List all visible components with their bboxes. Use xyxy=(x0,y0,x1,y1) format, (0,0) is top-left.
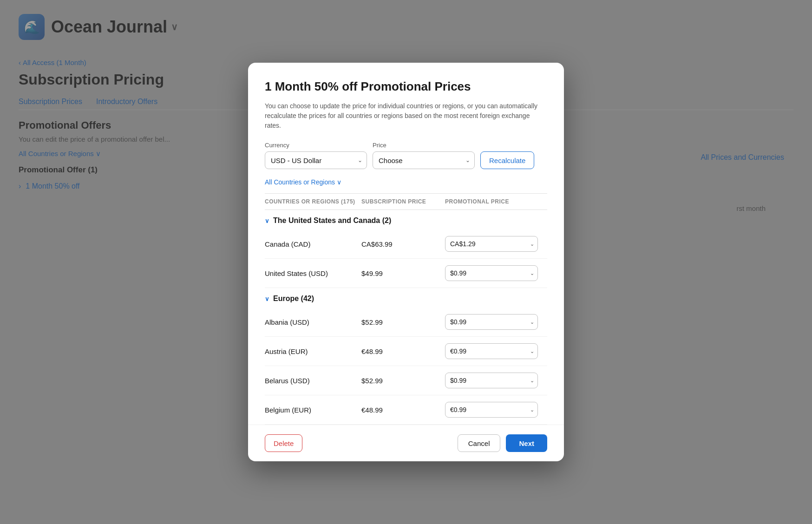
price-select[interactable]: Choose $0.99 $1.99 xyxy=(373,151,475,169)
col-countries: COUNTRIES OR REGIONS (175) xyxy=(265,198,361,205)
all-countries-filter[interactable]: All Countries or Regions ∨ xyxy=(265,178,547,186)
modal-overlay: 1 Month 50% off Promotional Prices You c… xyxy=(0,0,812,524)
group-header-us-canada[interactable]: ∨ The United States and Canada (2) xyxy=(265,210,547,229)
group-europe: ∨ Europe (42) Albania (USD) $52.99 $0.99… xyxy=(265,288,547,425)
modal-body: 1 Month 50% off Promotional Prices You c… xyxy=(248,63,564,425)
delete-button[interactable]: Delete xyxy=(265,434,302,452)
sub-price-austria: €48.99 xyxy=(361,347,445,355)
col-subscription: SUBSCRIPTION PRICE xyxy=(361,198,445,205)
price-field-group: Price Choose $0.99 $1.99 ⌄ xyxy=(373,142,475,169)
table-row: Austria (EUR) €48.99 €0.99 €1.99 ⌄ xyxy=(265,337,547,366)
table-header: COUNTRIES OR REGIONS (175) SUBSCRIPTION … xyxy=(265,194,547,210)
sub-price-us: $49.99 xyxy=(361,269,445,277)
promo-select-albania-input[interactable]: $0.99 $1.99 xyxy=(445,314,538,330)
promo-select-albania[interactable]: $0.99 $1.99 ⌄ xyxy=(445,314,538,330)
promo-select-us-input[interactable]: $0.99 $1.99 xyxy=(445,265,538,281)
all-countries-chevron-icon: ∨ xyxy=(337,178,341,186)
country-belgium: Belgium (EUR) xyxy=(265,406,361,414)
country-belarus: Belarus (USD) xyxy=(265,377,361,385)
col-promotional: PROMOTIONAL PRICE xyxy=(445,198,538,205)
promo-select-austria-input[interactable]: €0.99 €1.99 xyxy=(445,343,538,359)
footer-right: Cancel Next xyxy=(458,434,547,452)
recalculate-button[interactable]: Recalculate xyxy=(480,151,534,169)
modal-title: 1 Month 50% off Promotional Prices xyxy=(265,79,547,94)
sub-price-albania: $52.99 xyxy=(361,318,445,326)
promo-select-belarus-input[interactable]: $0.99 $1.99 xyxy=(445,373,538,388)
price-label: Price xyxy=(373,142,475,149)
country-albania: Albania (USD) xyxy=(265,318,361,326)
country-austria: Austria (EUR) xyxy=(265,347,361,355)
next-button[interactable]: Next xyxy=(506,434,547,452)
price-select-wrapper: Choose $0.99 $1.99 ⌄ xyxy=(373,151,475,169)
currency-select-wrapper: USD - US Dollar EUR - Euro GBP - British… xyxy=(265,151,367,169)
currency-label: Currency xyxy=(265,142,367,149)
modal: 1 Month 50% off Promotional Prices You c… xyxy=(248,63,564,461)
table-row: Canada (CAD) CA$63.99 CA$1.29 CA$0.99 ⌄ xyxy=(265,229,547,259)
currency-field-group: Currency USD - US Dollar EUR - Euro GBP … xyxy=(265,142,367,169)
promo-select-us[interactable]: $0.99 $1.99 ⌄ xyxy=(445,265,538,281)
promo-select-belgium[interactable]: €0.99 €1.99 ⌄ xyxy=(445,402,538,418)
table-row: United States (USD) $49.99 $0.99 $1.99 ⌄ xyxy=(265,259,547,288)
group-title-europe: Europe (42) xyxy=(273,295,314,303)
group-us-canada: ∨ The United States and Canada (2) Canad… xyxy=(265,210,547,288)
promo-select-canada-input[interactable]: CA$1.29 CA$0.99 xyxy=(445,236,538,252)
countries-table[interactable]: COUNTRIES OR REGIONS (175) SUBSCRIPTION … xyxy=(265,193,547,425)
sub-price-canada: CA$63.99 xyxy=(361,240,445,248)
group-chevron-europe-icon: ∨ xyxy=(265,295,269,302)
promo-select-austria[interactable]: €0.99 €1.99 ⌄ xyxy=(445,343,538,359)
promo-select-canada[interactable]: CA$1.29 CA$0.99 ⌄ xyxy=(445,236,538,252)
table-row: Belarus (USD) $52.99 $0.99 $1.99 ⌄ xyxy=(265,366,547,395)
country-us: United States (USD) xyxy=(265,269,361,277)
group-header-europe[interactable]: ∨ Europe (42) xyxy=(265,288,547,308)
group-chevron-icon: ∨ xyxy=(265,217,269,224)
currency-select[interactable]: USD - US Dollar EUR - Euro GBP - British… xyxy=(265,151,367,169)
country-canada: Canada (CAD) xyxy=(265,240,361,248)
table-row: Albania (USD) $52.99 $0.99 $1.99 ⌄ xyxy=(265,308,547,337)
cancel-button[interactable]: Cancel xyxy=(458,434,501,452)
promo-select-belgium-input[interactable]: €0.99 €1.99 xyxy=(445,402,538,418)
group-title-us-canada: The United States and Canada (2) xyxy=(273,216,391,225)
modal-footer: Delete Cancel Next xyxy=(248,425,564,461)
currency-price-row: Currency USD - US Dollar EUR - Euro GBP … xyxy=(265,142,547,169)
promo-select-belarus[interactable]: $0.99 $1.99 ⌄ xyxy=(445,373,538,388)
modal-desc: You can choose to update the price for i… xyxy=(265,101,547,131)
sub-price-belgium: €48.99 xyxy=(361,406,445,414)
sub-price-belarus: $52.99 xyxy=(361,377,445,385)
table-row: Belgium (EUR) €48.99 €0.99 €1.99 ⌄ xyxy=(265,395,547,425)
